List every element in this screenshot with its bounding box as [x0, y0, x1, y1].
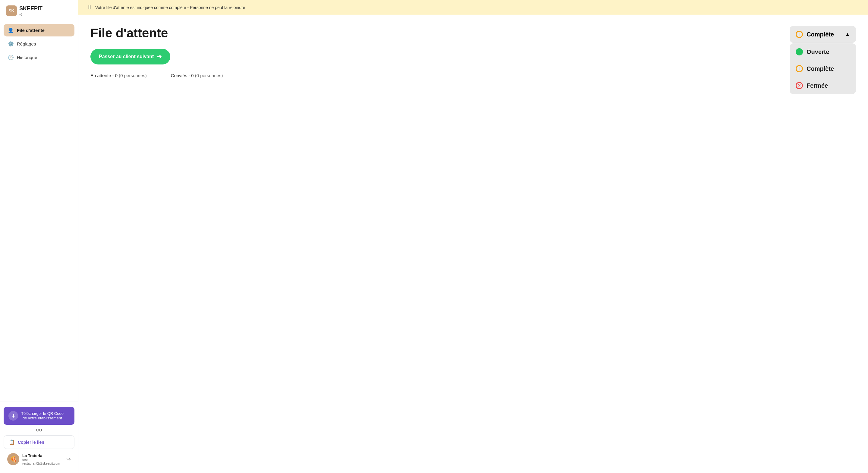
logo-area: SK SKEEPIT v2 [0, 0, 78, 22]
copy-link-button[interactable]: 📋 Copier le lien [4, 435, 74, 449]
queue-stats: En attente - 0 (0 personnes) Conviés - 0… [90, 73, 856, 78]
ou-divider: OU [4, 425, 74, 435]
user-name: La Tratoria [22, 453, 63, 458]
status-dropdown: ⏸ Complète ▲ Ouverte ⏸ Complète ✕ Fermée [789, 26, 856, 94]
avatar: 🍕 [7, 453, 19, 465]
logo-version: v2 [19, 13, 42, 16]
settings-icon: ⚙️ [8, 41, 14, 47]
pause-icon: ⏸ [87, 4, 92, 10]
open-indicator-icon [796, 48, 803, 56]
copy-label: Copier le lien [18, 440, 44, 445]
download-icon: ⬇ [8, 411, 18, 420]
status-option-label: Fermée [807, 82, 828, 89]
status-selected-label: Complète [807, 31, 834, 38]
clipboard-icon: 📋 [9, 439, 15, 445]
queue-icon: 👤 [8, 27, 14, 33]
user-email: test-restaurant2@skeepit.com [22, 458, 63, 465]
status-option-ouverte[interactable]: Ouverte [789, 43, 856, 60]
sidebar-bottom: ⬇ Télécharger le QR Codede votre établis… [0, 402, 78, 473]
banner-text: Votre file d'attente est indiquée comme … [95, 5, 245, 10]
status-option-label: Complète [807, 65, 834, 72]
convier-label: Conviés - 0 [171, 73, 194, 78]
history-icon: 🕐 [8, 55, 14, 60]
sidebar-nav: 👤 File d'attente ⚙️ Réglages 🕐 Historiqu… [0, 22, 78, 402]
status-selected[interactable]: ⏸ Complète ▲ [789, 26, 856, 43]
arrow-right-icon: ➜ [157, 53, 162, 60]
sidebar-item-file-attente[interactable]: 👤 File d'attente [4, 24, 74, 36]
qr-download-button[interactable]: ⬇ Télécharger le QR Codede votre établis… [4, 407, 74, 425]
content-area: File d'attente Passer au client suivant … [79, 15, 868, 473]
sidebar-item-label: Réglages [17, 41, 36, 46]
complete-indicator-icon: ⏸ [796, 65, 803, 72]
qr-button-label: Télécharger le QR Codede votre établisse… [21, 411, 64, 420]
closed-indicator-icon: ✕ [796, 82, 803, 89]
user-section: 🍕 La Tratoria test-restaurant2@skeepit.c… [4, 449, 74, 468]
logo-text: SKEEPIT [19, 5, 42, 12]
next-button-label: Passer au client suivant [99, 54, 154, 59]
page-title: File d'attente [90, 26, 856, 40]
convier-stat: Conviés - 0 (0 personnes) [171, 73, 223, 78]
sidebar-item-label: Historique [17, 55, 37, 60]
status-option-fermee[interactable]: ✕ Fermée [789, 77, 856, 94]
status-option-label: Ouverte [807, 49, 830, 56]
logout-icon[interactable]: ↪ [66, 456, 71, 463]
status-options-list: Ouverte ⏸ Complète ✕ Fermée [789, 43, 856, 94]
en-attente-label: En attente - 0 [90, 73, 118, 78]
en-attente-stat: En attente - 0 (0 personnes) [90, 73, 147, 78]
sidebar: SK SKEEPIT v2 👤 File d'attente ⚙️ Réglag… [0, 0, 79, 473]
convier-sub: (0 personnes) [195, 73, 223, 78]
sidebar-item-label: File d'attente [17, 28, 44, 33]
status-banner: ⏸ Votre file d'attente est indiquée comm… [79, 0, 868, 15]
next-customer-button[interactable]: Passer au client suivant ➜ [90, 49, 170, 64]
status-option-complete[interactable]: ⏸ Complète [789, 60, 856, 77]
complete-indicator-icon: ⏸ [796, 31, 803, 38]
sidebar-item-historique[interactable]: 🕐 Historique [4, 51, 74, 64]
chevron-up-icon: ▲ [845, 32, 850, 37]
logo-mark: SK [6, 5, 17, 16]
sidebar-item-reglages[interactable]: ⚙️ Réglages [4, 38, 74, 50]
en-attente-sub: (0 personnes) [119, 73, 147, 78]
main-content: ⏸ Votre file d'attente est indiquée comm… [79, 0, 868, 473]
